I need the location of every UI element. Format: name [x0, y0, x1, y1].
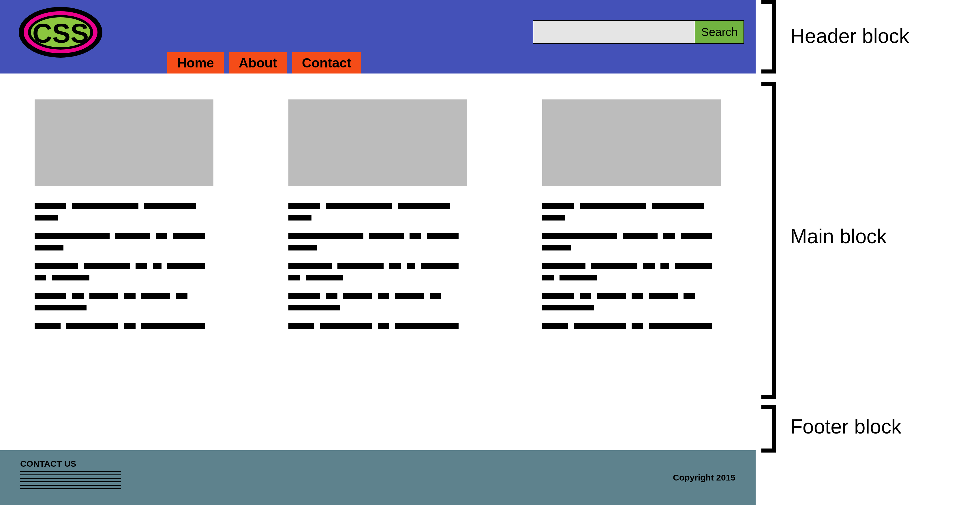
contact-text-placeholder — [20, 471, 121, 489]
search-button[interactable]: Search — [695, 21, 743, 43]
nav-bar: Home About Contact — [167, 52, 361, 73]
text-placeholder — [35, 293, 213, 310]
logo[interactable]: CSS — [17, 6, 104, 59]
text-placeholder — [542, 263, 721, 281]
text-placeholder — [288, 233, 467, 251]
logo-text: CSS — [32, 18, 89, 48]
annotation-column: Header block Main block Footer block — [756, 0, 980, 505]
nav-home[interactable]: Home — [167, 52, 224, 73]
main-block — [0, 73, 756, 450]
nav-about[interactable]: About — [229, 52, 287, 73]
nav-contact[interactable]: Contact — [292, 52, 361, 73]
content-column — [542, 100, 721, 433]
text-placeholder — [288, 203, 467, 221]
footer-contact: CONTACT US — [20, 459, 121, 492]
annotation-footer-label: Footer block — [790, 415, 901, 438]
content-column — [288, 100, 467, 433]
bracket-icon — [761, 82, 776, 399]
footer-block: CONTACT US Copyright 2015 — [0, 450, 756, 505]
search-input[interactable] — [533, 21, 695, 43]
search-form: Search — [533, 20, 744, 44]
text-placeholder — [35, 263, 213, 281]
text-placeholder — [288, 293, 467, 310]
logo-icon: CSS — [17, 6, 104, 59]
content-column — [35, 100, 213, 433]
text-placeholder — [542, 323, 721, 329]
text-placeholder — [288, 323, 467, 329]
text-placeholder — [542, 293, 721, 310]
bracket-icon — [761, 405, 776, 453]
annotation-main-label: Main block — [790, 225, 887, 248]
annotation-header-label: Header block — [790, 24, 909, 48]
page-mockup: CSS Home About Contact Search — [0, 0, 756, 505]
image-placeholder — [542, 100, 721, 186]
copyright-text: Copyright 2015 — [673, 473, 735, 483]
text-placeholder — [288, 263, 467, 281]
text-placeholder — [35, 203, 213, 221]
layout-diagram: CSS Home About Contact Search — [0, 0, 980, 505]
header-block: CSS Home About Contact Search — [0, 0, 756, 73]
text-placeholder — [35, 323, 213, 329]
bracket-icon — [761, 0, 776, 73]
image-placeholder — [288, 100, 467, 186]
text-placeholder — [542, 233, 721, 251]
text-placeholder — [35, 233, 213, 251]
image-placeholder — [35, 100, 213, 186]
text-placeholder — [542, 203, 721, 221]
contact-us-title: CONTACT US — [20, 459, 121, 468]
